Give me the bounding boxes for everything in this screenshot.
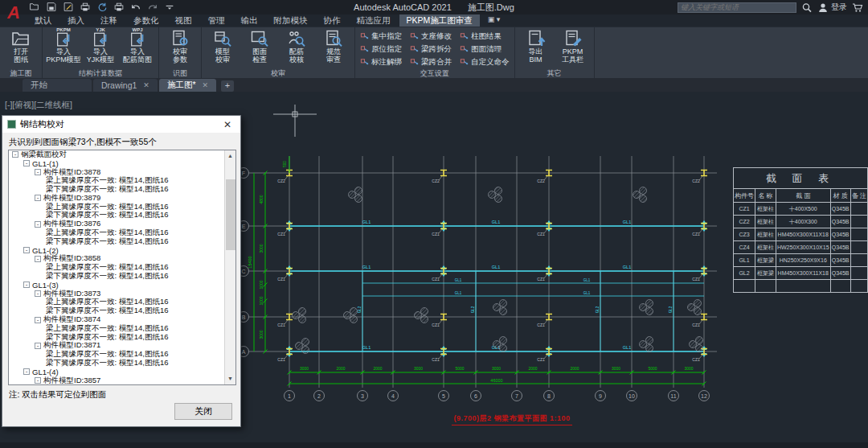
- svg-text:GL2: GL2: [596, 306, 600, 313]
- button-label: 工具栏: [562, 56, 583, 64]
- dialog-title-bar[interactable]: 钢结构校对 ✕: [2, 116, 240, 133]
- tree-row[interactable]: -钢梁截面校对: [9, 150, 235, 159]
- button-label: 柱图结果: [471, 31, 502, 42]
- ribbon-tab-输出[interactable]: 输出: [234, 14, 265, 27]
- doc-tab-施工图[interactable]: 施工图*✕: [159, 79, 216, 92]
- svg-text:GL2: GL2: [669, 306, 673, 313]
- button-图面清理[interactable]: 图面清理: [457, 43, 512, 55]
- ribbon-tab-协作[interactable]: 协作: [317, 14, 348, 27]
- doc-tab-开始[interactable]: 开始: [23, 79, 92, 92]
- model-space-canvas[interactable]: [-][俯视][二维线框] 123456789101112FECBAGL1GL1…: [0, 92, 868, 448]
- tree-row[interactable]: 梁下翼缘厚度不一致: 模型14,图纸16: [9, 237, 235, 246]
- close-button[interactable]: 关闭: [174, 403, 232, 420]
- open-drawing-icon: [11, 29, 31, 48]
- collapse-icon[interactable]: -: [35, 195, 41, 201]
- steel-check-dialog: 钢结构校对 ✕ 共识别到图面钢梁73个,图模不一致55个 -钢梁截面校对-GL1…: [2, 115, 241, 427]
- collapse-icon[interactable]: -: [35, 256, 41, 262]
- scroll-down-icon[interactable]: ▼: [225, 373, 235, 384]
- collapse-icon[interactable]: -: [23, 368, 30, 375]
- panel-label: 结构计算数据: [43, 68, 158, 78]
- collapse-icon[interactable]: -: [23, 247, 30, 253]
- new-tab-button[interactable]: +: [221, 80, 234, 92]
- tree-row[interactable]: 梁下翼缘厚度不一致: 模型14,图纸16: [9, 272, 235, 281]
- doc-tab-label: 开始: [31, 80, 47, 91]
- section-table-row: CZ2框架柱十400X300Q345B: [734, 216, 868, 228]
- tab-close-icon[interactable]: ✕: [203, 81, 209, 89]
- collapse-icon[interactable]: -: [35, 377, 41, 384]
- dialog-close-icon[interactable]: ✕: [219, 119, 235, 130]
- button-模型校审[interactable]: 模型校审: [204, 28, 241, 64]
- svg-text:1: 1: [288, 393, 291, 399]
- svg-text:CZ2: CZ2: [537, 179, 545, 183]
- ribbon-panel-识图: 校审参数识图: [159, 27, 202, 78]
- ribbon-tab-管理[interactable]: 管理: [201, 14, 232, 27]
- button-校审参数[interactable]: 校审参数: [162, 28, 199, 64]
- cart-icon[interactable]: [852, 2, 863, 13]
- button-配筋校核[interactable]: 配筋校核: [278, 28, 315, 64]
- doc-tab-Drawing1[interactable]: Drawing1✕: [93, 79, 158, 92]
- scroll-up-icon[interactable]: ▲: [225, 150, 235, 162]
- ribbon-tab-插入[interactable]: 插入: [60, 14, 92, 27]
- panel-label: 校审: [202, 68, 354, 78]
- collapse-icon[interactable]: -: [35, 221, 41, 228]
- collapse-icon[interactable]: -: [23, 282, 30, 288]
- button-柱图结果[interactable]: 柱图结果: [457, 30, 512, 43]
- doc-tab-label: 施工图*: [167, 80, 196, 91]
- collapse-icon[interactable]: -: [35, 343, 41, 349]
- collapse-icon[interactable]: -: [35, 290, 41, 297]
- tree-row[interactable]: 梁下翼缘厚度不一致: 模型14,图纸16: [9, 359, 235, 368]
- dialog-note: 注: 双击结果可定位到图面: [9, 389, 106, 401]
- svg-text:3: 3: [361, 393, 364, 399]
- button-支座修改[interactable]: 支座修改: [407, 30, 454, 43]
- svg-text:3000: 3000: [492, 366, 501, 371]
- button-导出BIM[interactable]: 导出BIM: [518, 28, 555, 64]
- ribbon-tab-注释[interactable]: 注释: [93, 14, 125, 27]
- button-PKPM工具栏[interactable]: PKPM工具栏: [555, 28, 592, 64]
- button-label: 原位指定: [371, 44, 402, 55]
- tree-scrollbar[interactable]: ▲ ▼: [224, 150, 235, 384]
- svg-text:CZ1: CZ1: [432, 232, 440, 236]
- svg-text:7: 7: [515, 393, 518, 399]
- svg-text:CZ1: CZ1: [537, 323, 545, 327]
- collapse-icon[interactable]: -: [12, 151, 18, 158]
- panel-label: 识图: [159, 68, 201, 78]
- button-自定义命令[interactable]: 自定义命令: [457, 55, 512, 68]
- button-图面检查[interactable]: 图面检查: [241, 28, 278, 64]
- svg-text:5: 5: [442, 393, 445, 399]
- workspace-switcher-icon[interactable]: ▣ ▾: [481, 14, 507, 27]
- viewport-controls-label[interactable]: [-][俯视][二维线框]: [5, 100, 72, 111]
- button-梁跨合并[interactable]: 梁跨合并: [407, 55, 454, 68]
- svg-text:CZ2: CZ2: [432, 179, 440, 183]
- result-tree[interactable]: -钢梁截面校对-GL1-(1)-构件模型ID:3878梁上翼缘厚度不一致: 模型…: [8, 150, 236, 385]
- model-check-icon: [213, 29, 232, 48]
- ribbon-tab-视图[interactable]: 视图: [168, 14, 199, 27]
- button-label: 校核: [289, 56, 304, 64]
- button-梁跨拆分[interactable]: 梁跨拆分: [407, 43, 454, 55]
- autocad-logo-icon[interactable]: A: [2, 1, 26, 26]
- svg-text:2000: 2000: [336, 366, 345, 371]
- rebar-check-icon: [287, 29, 306, 48]
- collapse-icon[interactable]: -: [35, 169, 41, 175]
- section-table-header: 名 称: [755, 189, 776, 203]
- collapse-icon[interactable]: -: [23, 160, 30, 166]
- tab-close-icon[interactable]: ✕: [143, 81, 149, 89]
- button-原位指定[interactable]: 原位指定: [358, 43, 404, 55]
- ribbon-tab-PKPM施工图审查[interactable]: PKPM施工图审查: [399, 14, 480, 27]
- search-input[interactable]: [678, 2, 796, 13]
- ribbon-tab-附加模块[interactable]: 附加模块: [267, 14, 315, 27]
- button-导入PKPM模型[interactable]: PKPM 导入PKPM模型: [45, 28, 82, 64]
- ribbon-tab-默认[interactable]: 默认: [27, 14, 59, 27]
- button-打开图纸[interactable]: 打开图纸: [2, 28, 39, 64]
- ribbon-panel-校审: 模型校审图面检查配筋校核规范审查校审: [202, 27, 355, 78]
- search-icon[interactable]: [801, 2, 813, 13]
- button-集中指定[interactable]: 集中指定: [358, 30, 404, 43]
- button-导入配筋简图[interactable]: WPJ 导入配筋简图: [119, 28, 156, 64]
- button-规范审查[interactable]: 规范审查: [315, 28, 352, 64]
- signin-area[interactable]: 登录: [817, 2, 847, 13]
- button-标注解绑[interactable]: 标注解绑: [358, 55, 404, 68]
- ribbon-tab-精选应用[interactable]: 精选应用: [350, 14, 398, 27]
- collapse-icon[interactable]: -: [35, 317, 41, 323]
- scrollbar-thumb[interactable]: [226, 179, 235, 250]
- button-导入YJK模型[interactable]: YJK 导入YJK模型: [82, 28, 119, 64]
- ribbon-tab-参数化[interactable]: 参数化: [126, 14, 166, 27]
